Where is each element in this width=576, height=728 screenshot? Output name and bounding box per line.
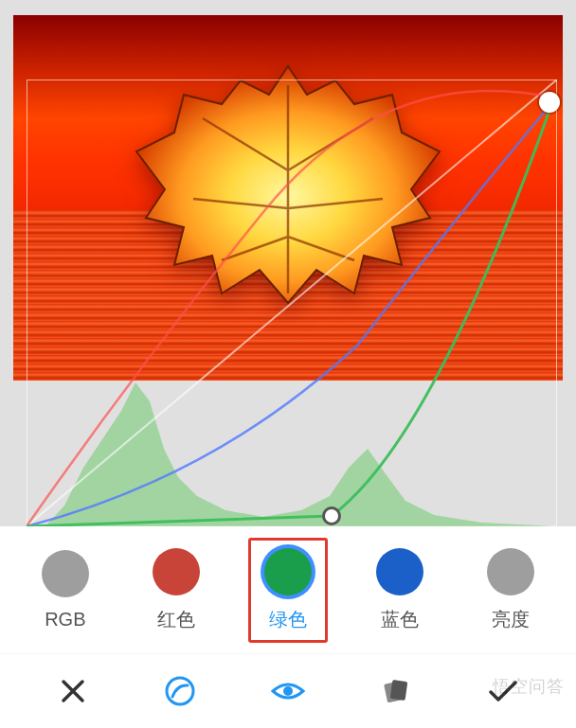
curves-icon: [164, 675, 196, 707]
channel-rgb[interactable]: RGB: [26, 540, 105, 641]
cancel-button[interactable]: [54, 672, 92, 710]
image-preview[interactable]: [13, 15, 563, 381]
channel-label: 蓝色: [381, 607, 419, 632]
channel-label: 绿色: [269, 607, 307, 632]
preview-toggle-button[interactable]: [269, 672, 307, 710]
preview-area: [0, 0, 576, 526]
svg-rect-5: [389, 680, 407, 701]
svg-point-2: [167, 678, 193, 704]
styles-button[interactable]: [377, 672, 415, 710]
luma-swatch: [487, 548, 534, 595]
curve-handle-bottom[interactable]: [322, 506, 341, 525]
curves-tool-button[interactable]: [161, 672, 199, 710]
channel-selector: RGB 红色 绿色 蓝色 亮度: [0, 526, 576, 653]
channel-green[interactable]: 绿色: [248, 538, 328, 643]
blue-swatch: [376, 548, 423, 595]
channel-label: RGB: [45, 609, 85, 630]
red-swatch: [153, 548, 200, 595]
channel-red[interactable]: 红色: [136, 538, 216, 643]
green-swatch: [264, 548, 312, 595]
leaf-subject: [117, 47, 459, 312]
rgb-swatch: [42, 550, 89, 597]
close-icon: [59, 677, 87, 705]
channel-label: 亮度: [492, 607, 530, 632]
channel-luma[interactable]: 亮度: [471, 538, 550, 643]
channel-label: 红色: [157, 607, 195, 632]
bottom-toolbar: 悟空问答: [0, 653, 576, 728]
watermark: 悟空问答: [493, 675, 565, 698]
channel-blue[interactable]: 蓝色: [360, 538, 440, 643]
curve-handle-top[interactable]: [539, 92, 560, 113]
cards-icon: [381, 676, 411, 706]
svg-point-3: [283, 686, 293, 696]
eye-icon: [270, 675, 306, 707]
